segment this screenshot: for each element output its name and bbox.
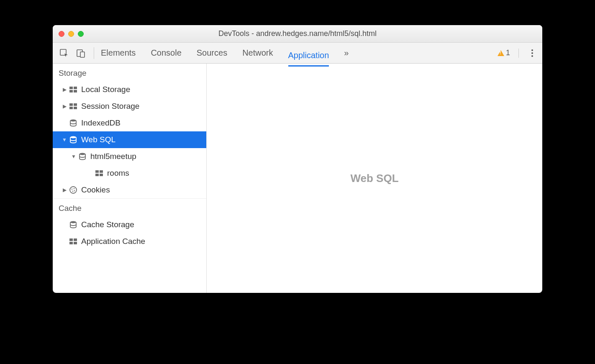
window-close-button[interactable] [59, 31, 64, 37]
svg-point-11 [70, 120, 76, 122]
svg-point-22 [74, 190, 75, 191]
svg-rect-26 [69, 242, 73, 244]
device-toggle-icon[interactable] [74, 47, 87, 59]
window-title: DevTools - andrew.hedges.name/html5/sql.… [53, 29, 542, 38]
sidebar-item-label: Web SQL [81, 135, 115, 144]
svg-rect-7 [69, 103, 73, 106]
chevron-down-icon: ▼ [62, 137, 67, 143]
warning-icon [498, 50, 504, 56]
sidebar-item-session-storage[interactable]: ▶ Session Storage [53, 98, 206, 115]
cookie-icon [69, 185, 78, 195]
svg-rect-5 [69, 90, 73, 92]
sidebar-item-local-storage[interactable]: ▶ Local Storage [53, 81, 206, 98]
main-placeholder: Web SQL [350, 172, 398, 185]
svg-point-18 [70, 187, 77, 193]
main-pane: Web SQL [207, 64, 542, 293]
tabs-overflow-button[interactable]: » [344, 43, 349, 63]
window-maximize-button[interactable] [78, 31, 84, 37]
db-icon [69, 220, 78, 229]
traffic-lights [53, 31, 84, 37]
svg-rect-10 [74, 107, 77, 109]
tab-console[interactable]: Console [151, 43, 181, 63]
sidebar-item-label: Cookies [81, 185, 110, 195]
sidebar-item-indexeddb[interactable]: IndexedDB [53, 115, 206, 131]
window-minimize-button[interactable] [68, 31, 74, 37]
sidebar-item-label: Local Storage [81, 85, 130, 94]
grid-icon [69, 102, 78, 111]
svg-rect-4 [74, 87, 77, 89]
devtools-toolbar: Elements Console Sources Network Applica… [53, 43, 542, 64]
db-icon [78, 152, 87, 161]
panel-body: Storage▶ Local Storage▶ Session Storage … [53, 64, 542, 293]
svg-rect-14 [95, 170, 99, 173]
toolbar-divider [94, 47, 94, 59]
chevron-right-icon: ▶ [62, 187, 67, 193]
toolbar-right: 1 [498, 48, 537, 58]
tab-network[interactable]: Network [242, 43, 273, 63]
svg-rect-27 [74, 242, 77, 244]
svg-rect-15 [100, 170, 103, 173]
svg-point-23 [70, 221, 76, 223]
inspect-element-icon[interactable] [58, 47, 70, 59]
sidebar-item-cookies[interactable]: ▶ Cookies [53, 182, 206, 198]
application-sidebar: Storage▶ Local Storage▶ Session Storage … [53, 64, 207, 293]
sidebar-item-label: html5meetup [90, 152, 136, 161]
sidebar-group-storage: Storage [53, 64, 206, 81]
svg-rect-3 [69, 87, 73, 89]
grid-icon [95, 169, 104, 178]
sidebar-group-cache: Cache [53, 198, 206, 216]
svg-rect-24 [69, 238, 73, 241]
tab-elements[interactable]: Elements [101, 43, 136, 63]
sidebar-item-label: Cache Storage [81, 220, 134, 229]
panel-tabs: Elements Console Sources Network Applica… [101, 43, 498, 63]
sidebar-item-label: Session Storage [81, 102, 139, 111]
sidebar-item-cache-storage[interactable]: Cache Storage [53, 216, 206, 233]
settings-menu-button[interactable] [527, 48, 537, 58]
toolbar-divider [518, 49, 519, 58]
sidebar-item-label: rooms [107, 169, 129, 178]
tab-sources[interactable]: Sources [197, 43, 227, 63]
db-icon [69, 135, 78, 144]
svg-rect-9 [69, 107, 73, 109]
svg-rect-17 [100, 174, 103, 176]
sidebar-item-rooms[interactable]: rooms [53, 165, 206, 182]
svg-rect-2 [80, 52, 85, 57]
chevron-right-icon: ▶ [62, 87, 67, 92]
grid-icon [69, 85, 78, 94]
svg-rect-25 [74, 238, 77, 241]
titlebar: DevTools - andrew.hedges.name/html5/sql.… [53, 25, 542, 43]
sidebar-item-label: IndexedDB [81, 118, 121, 128]
svg-rect-6 [74, 90, 77, 92]
svg-rect-8 [74, 103, 77, 106]
sidebar-item-label: Application Cache [81, 237, 145, 246]
devtools-window: DevTools - andrew.hedges.name/html5/sql.… [53, 25, 542, 293]
warnings-indicator[interactable]: 1 [498, 49, 510, 57]
svg-point-19 [72, 189, 72, 190]
grid-icon [69, 237, 78, 246]
sidebar-item-web-sql[interactable]: ▼ Web SQL [53, 131, 206, 148]
sidebar-item-application-cache[interactable]: Application Cache [53, 233, 206, 250]
svg-rect-16 [95, 174, 99, 176]
chevron-down-icon: ▼ [71, 154, 76, 159]
svg-point-21 [72, 191, 73, 192]
svg-point-20 [74, 188, 74, 189]
svg-point-13 [80, 153, 85, 155]
warning-count: 1 [506, 49, 510, 57]
svg-point-12 [70, 136, 76, 138]
tab-application[interactable]: Application [288, 46, 329, 67]
sidebar-item-html5meetup[interactable]: ▼ html5meetup [53, 148, 206, 165]
db-icon [69, 118, 78, 128]
chevron-right-icon: ▶ [62, 103, 67, 109]
